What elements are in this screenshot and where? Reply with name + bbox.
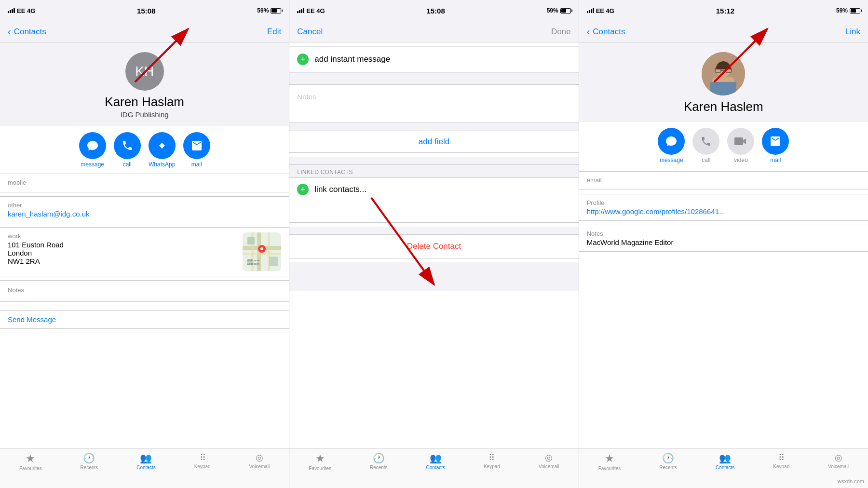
battery-icon-3: [850, 8, 860, 14]
status-left-2: EE 4G: [297, 7, 325, 14]
add-im-label-2: add instant message: [314, 54, 390, 64]
send-message-row-1[interactable]: Send Message: [8, 311, 281, 328]
panel-1: EE 4G 15:08 59% ‹ Contacts Edit KH Karen…: [0, 0, 289, 488]
action-row-1: message call WhatsApp mail: [0, 126, 289, 174]
tab-keypad-3[interactable]: ⠿ Keypad: [773, 452, 789, 469]
spacer2-2: [289, 123, 578, 131]
tab-voicemail-3[interactable]: ◎ Voicemail: [828, 452, 849, 469]
spacer4-2: [289, 227, 578, 234]
svg-rect-7: [247, 237, 255, 244]
tab-contacts-1[interactable]: 👥 Contacts: [136, 452, 155, 470]
back-button-3[interactable]: ‹ Contacts: [587, 26, 625, 37]
tab-favourites-3[interactable]: ★ Favourites: [598, 452, 621, 471]
mobile-row-1: mobile: [8, 174, 281, 192]
carrier-1: EE 4G: [17, 7, 35, 14]
tab-bar-2: ★ Favourites 🕐 Recents 👥 Contacts ⠿ Keyp…: [289, 448, 578, 488]
tab-recents-1[interactable]: 🕐 Recents: [81, 452, 98, 470]
action-call-1[interactable]: call: [114, 132, 141, 168]
message-icon-1: [79, 132, 106, 159]
link-contacts-row-2[interactable]: + link contacts...: [289, 177, 578, 201]
edit-button-1[interactable]: Edit: [267, 27, 281, 37]
action-call-3[interactable]: call: [692, 128, 719, 163]
signal-bars-1: [8, 8, 15, 13]
notes-label-3: Notes: [587, 230, 860, 237]
tab-contacts-2[interactable]: 👥 Contacts: [426, 452, 445, 470]
voicemail-icon-2: ◎: [545, 452, 553, 463]
link-button-3[interactable]: Link: [845, 27, 860, 37]
tab-keypad-1[interactable]: ⠿ Keypad: [194, 452, 211, 469]
email-value-1[interactable]: karen_haslam@idg.co.uk: [8, 210, 281, 218]
carrier-2: EE 4G: [306, 7, 325, 14]
avatar-section-1: KH Karen Haslam IDG Publishing: [0, 42, 289, 126]
tab-keypad-label-1: Keypad: [194, 464, 211, 469]
tab-contacts-label-3: Contacts: [716, 465, 734, 470]
status-left-1: EE 4G: [8, 7, 35, 14]
action-message-3[interactable]: message: [658, 128, 685, 163]
tab-recents-3[interactable]: 🕐 Recents: [659, 452, 677, 470]
notes-row-3: Notes MacWorld Magazine Editor: [587, 225, 860, 251]
battery-pct-3: 59%: [836, 7, 848, 14]
tab-favourites-1[interactable]: ★ Favourites: [19, 452, 42, 471]
cancel-button-2[interactable]: Cancel: [297, 27, 323, 37]
status-right-2: 59%: [547, 7, 571, 14]
delete-contact-2[interactable]: Delete Contact: [289, 234, 578, 258]
tab-recents-label-1: Recents: [81, 465, 98, 470]
add-im-row-2[interactable]: + add instant message: [289, 47, 578, 72]
tab-voicemail-1[interactable]: ◎ Voicemail: [249, 452, 270, 469]
tab-contacts-label-2: Contacts: [426, 465, 445, 470]
tab-keypad-label-3: Keypad: [773, 464, 789, 469]
message-label-1: message: [81, 161, 104, 168]
map-thumbnail-1[interactable]: Wellcome Collection: [243, 232, 281, 271]
info-profile-3: Profile http://www.google.com/profiles/1…: [579, 194, 868, 221]
add-field-2[interactable]: add field: [289, 131, 578, 153]
tab-voicemail-label-3: Voicemail: [828, 464, 849, 469]
mail-icon-3: [762, 128, 789, 155]
action-message-1[interactable]: message: [79, 132, 106, 168]
svg-point-13: [260, 247, 263, 250]
email-label-3: email: [587, 176, 860, 184]
tab-favourites-label-2: Favourites: [309, 466, 331, 471]
voicemail-icon-1: ◎: [256, 452, 263, 463]
contacts-icon-2: 👥: [430, 452, 442, 464]
address-row-1: work 101 Euston Road London NW1 2RA: [8, 228, 281, 276]
nav-bar-1: ‹ Contacts Edit: [0, 21, 289, 42]
profile-value-3[interactable]: http://www.google.com/profiles/10286641.…: [587, 207, 860, 216]
action-mail-3[interactable]: mail: [762, 128, 789, 163]
info-mobile-1: mobile: [0, 174, 289, 192]
divider-1: [0, 306, 289, 306]
map-svg-1: Wellcome Collection: [243, 232, 281, 271]
watermark: wsxdn.com: [838, 478, 864, 484]
linked-footer-2: [289, 201, 578, 222]
action-video-3[interactable]: video: [727, 128, 754, 163]
status-bar-2: EE 4G 15:08 59%: [289, 0, 578, 21]
tab-keypad-2[interactable]: ⠿ Keypad: [484, 452, 500, 469]
tab-favourites-2[interactable]: ★ Favourites: [309, 452, 331, 471]
send-message-section-1: Send Message: [0, 310, 289, 329]
message-icon-3: [658, 128, 685, 155]
video-icon-3: [727, 128, 754, 155]
mail-icon-1: [183, 132, 210, 159]
battery-pct-2: 59%: [547, 7, 558, 14]
linked-section-2: LINKED CONTACTS + link contacts...: [289, 164, 578, 223]
svg-rect-24: [710, 82, 736, 95]
back-label-3: Contacts: [593, 27, 625, 37]
profile-label-3: Profile: [587, 199, 860, 206]
tab-recents-label-2: Recents: [370, 465, 388, 470]
action-whatsapp-1[interactable]: WhatsApp: [149, 132, 176, 168]
add-im-section-2: + add instant message: [289, 46, 578, 73]
email-label-1: other: [8, 202, 281, 209]
done-button-2[interactable]: Done: [551, 27, 571, 37]
tab-voicemail-2[interactable]: ◎ Voicemail: [539, 452, 559, 469]
panel-2: EE 4G 15:08 59% Cancel Done + add instan…: [289, 0, 578, 488]
time-1: 15:08: [137, 7, 155, 15]
tab-contacts-3[interactable]: 👥 Contacts: [716, 452, 734, 470]
action-mail-1[interactable]: mail: [183, 132, 210, 168]
signal-bars-3: [587, 8, 594, 13]
bottom-spacer-2: [289, 262, 578, 291]
tab-recents-2[interactable]: 🕐 Recents: [370, 452, 388, 470]
profile-row-3: Profile http://www.google.com/profiles/1…: [587, 194, 860, 220]
back-button-1[interactable]: ‹ Contacts: [8, 26, 46, 37]
notes-edit-2[interactable]: Notes: [289, 84, 578, 123]
contact-name-1: Karen Haslam: [105, 95, 184, 109]
call-icon-3: [692, 128, 719, 155]
